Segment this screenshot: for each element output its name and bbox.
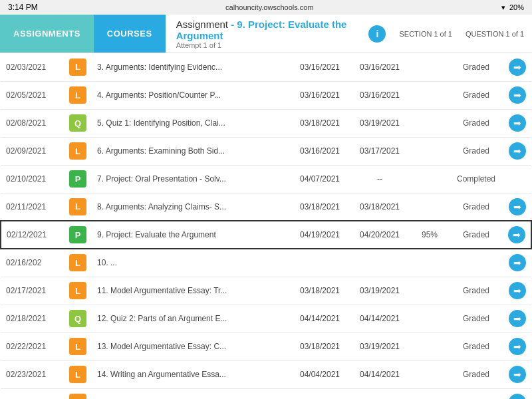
row-submitted: 03/16/2021 — [350, 81, 410, 109]
table-row[interactable]: 02/12/2021 P 9. Project: Evaluate the Ar… — [1, 221, 531, 249]
navigate-arrow-icon[interactable]: ➡ — [509, 310, 526, 327]
table-row[interactable]: 02/08/2021 Q 5. Quiz 1: Identifying Posi… — [1, 109, 531, 137]
row-score: 95% — [410, 221, 450, 249]
row-due: 04/14/2021 — [290, 305, 350, 332]
table-row[interactable]: 02/11/2021 L 8. Arguments: Analyzing Cla… — [1, 193, 531, 221]
assignments-table: 02/03/2021 L 3. Arguments: Identifying E… — [0, 53, 532, 399]
row-badge: P — [64, 221, 92, 249]
row-score — [410, 305, 450, 332]
row-status: Graded — [450, 388, 503, 399]
table-row[interactable]: 02/05/2021 L 4. Arguments: Position/Coun… — [1, 81, 531, 109]
table-row[interactable]: 02/16/202 L 10. ... ➡ — [1, 249, 531, 277]
row-status — [450, 249, 503, 277]
navigate-arrow-icon[interactable]: ➡ — [509, 114, 526, 132]
status-url: calhouncity.owschools.com — [225, 3, 313, 11]
row-date: 02/11/2021 — [1, 193, 64, 221]
row-arrow — [503, 165, 531, 193]
row-date: 02/08/2021 — [1, 109, 64, 137]
row-name: 10. ... — [92, 249, 290, 277]
table-row[interactable]: 02/23/2021 L 14. Writing an Argumentativ… — [1, 360, 531, 388]
row-date: 02/24/2021 — [1, 388, 64, 399]
row-due: 03/18/2021 — [290, 332, 350, 360]
assignment-title: Assignment - 9. Project: Evaluate the Ar… — [176, 19, 350, 41]
row-score — [410, 277, 450, 305]
table-row[interactable]: 02/03/2021 L 3. Arguments: Identifying E… — [1, 53, 531, 81]
row-name: 3. Arguments: Identifying Evidenc... — [92, 53, 290, 81]
status-bar: 3:14 PM calhouncity.owschools.com ▾ 20% — [0, 0, 532, 15]
navigate-arrow-icon[interactable]: ➡ — [509, 142, 526, 160]
tab-assignments[interactable]: ASSIGNMENTS — [0, 15, 94, 53]
row-badge: L — [64, 277, 92, 305]
header-right-controls: i SECTION 1 of 1 QUESTION 1 of 1 — [360, 15, 532, 53]
row-submitted: 03/16/2021 — [350, 53, 410, 81]
navigate-arrow-icon[interactable]: ➡ — [509, 86, 526, 104]
row-arrow[interactable]: ➡ — [503, 277, 531, 305]
status-right: ▾ 20% — [501, 3, 524, 12]
row-name: 13. Model Argumentative Essay: C... — [92, 332, 290, 360]
row-arrow[interactable]: ➡ — [503, 81, 531, 109]
row-date: 02/05/2021 — [1, 81, 64, 109]
row-badge: L — [64, 81, 92, 109]
row-arrow[interactable]: ➡ — [503, 221, 531, 249]
row-date: 02/12/2021 — [1, 221, 64, 249]
navigate-arrow-icon[interactable]: ➡ — [509, 198, 526, 215]
row-due: 03/18/2021 — [290, 109, 350, 137]
navigate-arrow-icon[interactable]: ➡ — [509, 282, 526, 299]
row-date: 02/22/2021 — [1, 332, 64, 360]
row-due: 03/16/2021 — [290, 53, 350, 81]
row-submitted: 04/14/2021 — [350, 388, 410, 399]
assignment-attempt: Attempt 1 of 1 — [176, 41, 350, 49]
row-submitted: 03/17/2021 — [350, 137, 410, 165]
row-badge: P — [64, 165, 92, 193]
row-date: 02/10/2021 — [1, 165, 64, 193]
row-score — [410, 137, 450, 165]
row-arrow[interactable]: ➡ — [503, 137, 531, 165]
row-badge: Q — [64, 109, 92, 137]
question-label: QUESTION 1 of 1 — [466, 30, 524, 38]
row-name: 5. Quiz 1: Identifying Position, Clai... — [92, 109, 290, 137]
assignment-label: Assignment — [176, 19, 228, 30]
table-row[interactable]: 02/18/2021 Q 12. Quiz 2: Parts of an Arg… — [1, 305, 531, 332]
row-status: Graded — [450, 137, 503, 165]
navigate-arrow-icon[interactable]: ➡ — [509, 254, 526, 271]
row-submitted: 03/19/2021 — [350, 277, 410, 305]
navigate-arrow-icon[interactable]: ➡ — [509, 394, 526, 399]
row-badge: L — [64, 193, 92, 221]
row-arrow[interactable]: ➡ — [503, 249, 531, 277]
row-arrow[interactable]: ➡ — [503, 193, 531, 221]
row-arrow[interactable]: ➡ — [503, 53, 531, 81]
navigate-arrow-icon[interactable]: ➡ — [508, 226, 525, 243]
table-row[interactable]: 02/10/2021 P 7. Project: Oral Presentati… — [1, 165, 531, 193]
row-name: 11. Model Argumentative Essay: Tr... — [92, 277, 290, 305]
row-arrow[interactable]: ➡ — [503, 332, 531, 360]
row-badge: L — [64, 249, 92, 277]
navigate-arrow-icon[interactable]: ➡ — [509, 338, 526, 355]
row-status: Graded — [450, 109, 503, 137]
tab-courses[interactable]: COURSES — [94, 15, 166, 53]
row-date: 02/09/2021 — [1, 137, 64, 165]
row-name: 4. Arguments: Position/Counter P... — [92, 81, 290, 109]
row-badge: L — [64, 53, 92, 81]
row-arrow[interactable]: ➡ — [503, 388, 531, 399]
row-date: 02/18/2021 — [1, 305, 64, 332]
row-date: 02/23/2021 — [1, 360, 64, 388]
row-status: Graded — [450, 360, 503, 388]
table-row[interactable]: 02/17/2021 L 11. Model Argumentative Ess… — [1, 277, 531, 305]
row-date: 02/17/2021 — [1, 277, 64, 305]
row-badge: L — [64, 360, 92, 388]
table-row[interactable]: 02/22/2021 L 13. Model Argumentative Ess… — [1, 332, 531, 360]
navigate-arrow-icon[interactable]: ➡ — [509, 366, 526, 383]
status-time: 3:14 PM — [8, 3, 38, 12]
table-row[interactable]: 02/24/2021 L 15. Writing an Argumentativ… — [1, 388, 531, 399]
row-arrow[interactable]: ➡ — [503, 109, 531, 137]
row-arrow[interactable]: ➡ — [503, 360, 531, 388]
battery-level: 20% — [509, 3, 524, 11]
row-name: 9. Project: Evaluate the Argument — [92, 221, 290, 249]
info-icon[interactable]: i — [368, 25, 386, 43]
navigate-arrow-icon[interactable]: ➡ — [509, 59, 526, 76]
table-row[interactable]: 02/09/2021 L 6. Arguments: Examining Bot… — [1, 137, 531, 165]
row-due: 04/04/2021 — [290, 360, 350, 388]
row-badge: L — [64, 388, 92, 399]
row-arrow[interactable]: ➡ — [503, 305, 531, 332]
row-submitted: -- — [350, 165, 410, 193]
